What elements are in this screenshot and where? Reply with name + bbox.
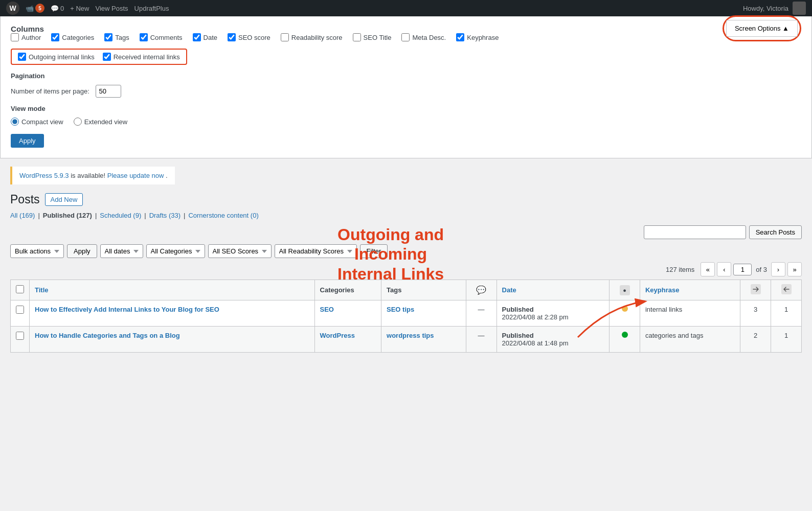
row1-tag-link[interactable]: SEO tips xyxy=(387,306,414,313)
extended-view-radio[interactable] xyxy=(74,118,82,126)
current-page-input[interactable] xyxy=(733,264,752,275)
seo-scores-filter[interactable]: All SEO Scores xyxy=(208,244,272,258)
outgoing-links-checkbox-label[interactable]: Outgoing internal links xyxy=(18,53,95,61)
row2-tag-link[interactable]: wordpress tips xyxy=(387,332,434,339)
row2-category-link[interactable]: WordPress xyxy=(320,332,355,339)
categories-checkbox[interactable] xyxy=(51,33,59,41)
bulk-actions-select[interactable]: Bulk actions xyxy=(10,244,64,258)
posts-heading: Posts Add New xyxy=(10,193,802,206)
please-update-link[interactable]: Please update now xyxy=(107,172,164,179)
updraftplus-link[interactable]: UpdraftPlus xyxy=(134,5,169,12)
search-posts-button[interactable]: Search Posts xyxy=(749,225,802,239)
comment-icon-bar[interactable]: 💬 0 xyxy=(51,5,64,12)
keyphrase-column-header[interactable]: Keyphrase xyxy=(640,280,740,300)
compact-view-radio[interactable] xyxy=(11,118,19,126)
received-links-checkbox-label[interactable]: Received internal links xyxy=(103,53,180,61)
readability-filter[interactable]: All Readability Scores xyxy=(275,244,357,258)
row2-title: How to Handle Categories and Tags on a B… xyxy=(30,327,315,353)
first-page-button[interactable]: « xyxy=(701,262,715,276)
row2-received: 1 xyxy=(771,327,802,353)
seo-score-checkbox[interactable] xyxy=(228,33,236,41)
select-all-checkbox[interactable] xyxy=(16,285,24,293)
status-tab-all[interactable]: All (169) xyxy=(10,212,35,219)
row2-categories: WordPress xyxy=(314,327,381,353)
keyphrase-checkbox-label[interactable]: Keyphrase xyxy=(456,33,499,41)
readability-checkbox-label[interactable]: Readability score xyxy=(281,33,343,41)
compact-view-label[interactable]: Compact view xyxy=(11,118,63,126)
row1-seo xyxy=(610,300,640,327)
tags-column-header: Tags xyxy=(381,280,466,300)
categories-checkbox-label[interactable]: Categories xyxy=(51,33,94,41)
date-checkbox-label[interactable]: Date xyxy=(193,33,217,41)
row2-seo-dot xyxy=(622,332,628,338)
seo-title-checkbox-label[interactable]: SEO Title xyxy=(353,33,392,41)
status-tab-cornerstone[interactable]: Cornerstone content (0) xyxy=(188,212,258,219)
tags-checkbox[interactable] xyxy=(104,33,112,41)
row2-date: Published 2022/04/08 at 1:48 pm xyxy=(497,327,610,353)
columns-heading: Columns xyxy=(11,25,801,33)
readability-checkbox[interactable] xyxy=(281,33,289,41)
row1-seo-dot xyxy=(622,306,628,312)
date-column-header[interactable]: Date xyxy=(497,280,610,300)
author-checkbox-label[interactable]: Author xyxy=(11,33,41,41)
comments-checkbox[interactable] xyxy=(140,33,148,41)
meta-desc-checkbox[interactable] xyxy=(401,33,410,41)
seo-score-checkbox-label[interactable]: SEO score xyxy=(228,33,270,41)
items-per-page-input[interactable] xyxy=(96,85,121,98)
status-tab-scheduled[interactable]: Scheduled (9) xyxy=(100,212,141,219)
bulk-apply-button[interactable]: Apply xyxy=(67,244,97,258)
row2-date-status: Published xyxy=(502,332,534,339)
admin-bar-right: Howdy, Victoria xyxy=(743,2,806,15)
meta-desc-checkbox-label[interactable]: Meta Desc. xyxy=(401,33,446,41)
update-notice-text: is available! xyxy=(71,172,107,179)
dates-filter[interactable]: All dates xyxy=(100,244,143,258)
wp-logo[interactable]: W xyxy=(6,2,19,15)
screen-options-button[interactable]: Screen Options ▲ xyxy=(726,20,798,37)
tags-checkbox-label[interactable]: Tags xyxy=(104,33,129,41)
extended-view-label[interactable]: Extended view xyxy=(74,118,128,126)
keyphrase-checkbox[interactable] xyxy=(456,33,464,41)
admin-bar: W 📹 5 💬 0 + New View Posts UpdraftPlus H… xyxy=(0,0,812,16)
author-checkbox[interactable] xyxy=(11,33,19,41)
row2-date-value: 2022/04/08 at 1:48 pm xyxy=(502,339,569,347)
comments-checkbox-label[interactable]: Comments xyxy=(140,33,183,41)
prev-page-button[interactable]: ‹ xyxy=(717,262,731,276)
seo-title-checkbox[interactable] xyxy=(353,33,361,41)
row1-checkbox[interactable] xyxy=(16,306,24,314)
add-new-button[interactable]: Add New xyxy=(45,193,83,206)
internal-links-highlighted-box: Outgoing internal links Received interna… xyxy=(11,49,187,65)
row2-title-link[interactable]: How to Handle Categories and Tags on a B… xyxy=(35,332,180,339)
row1-title-link[interactable]: How to Effectively Add Internal Links to… xyxy=(35,306,219,313)
view-posts-link[interactable]: View Posts xyxy=(95,5,128,12)
last-page-button[interactable]: » xyxy=(787,262,802,276)
outgoing-links-checkbox[interactable] xyxy=(18,53,26,61)
row2-seo xyxy=(610,327,640,353)
wp-icon-5: 📹 5 xyxy=(26,4,44,13)
user-avatar xyxy=(793,2,806,15)
filter-button[interactable]: Filter xyxy=(360,244,388,258)
status-tabs: All (169) | Published (127) | Scheduled … xyxy=(10,212,802,219)
wp-version-link[interactable]: WordPress 5.9.3 xyxy=(19,172,69,179)
screen-options-panel: Screen Options ▲ Columns Author Categori… xyxy=(0,16,812,158)
pagination-section: Pagination Number of items per page: xyxy=(11,72,801,98)
received-links-checkbox[interactable] xyxy=(103,53,111,61)
status-tab-drafts[interactable]: Drafts (33) xyxy=(149,212,181,219)
new-post-link[interactable]: + New xyxy=(70,5,89,12)
title-column-header[interactable]: Title xyxy=(30,280,315,300)
outgoing-icon xyxy=(751,284,761,294)
categories-filter[interactable]: All Categories xyxy=(146,244,205,258)
row1-date-value: 2022/04/08 at 2:28 pm xyxy=(502,313,569,321)
table-row: How to Handle Categories and Tags on a B… xyxy=(11,327,802,353)
next-page-button[interactable]: › xyxy=(771,262,785,276)
page-of-label: of 3 xyxy=(756,266,767,273)
screen-options-wrapper: Screen Options ▲ xyxy=(723,15,801,41)
update-notice-period: . xyxy=(166,172,168,179)
date-checkbox[interactable] xyxy=(193,33,201,41)
row1-select xyxy=(11,300,30,327)
screen-options-apply-button[interactable]: Apply xyxy=(11,134,44,148)
search-input[interactable] xyxy=(644,225,746,239)
row1-category-link[interactable]: SEO xyxy=(320,306,334,313)
row2-checkbox[interactable] xyxy=(16,332,24,340)
items-count: 127 items xyxy=(666,266,694,273)
row1-keyphrase: internal links xyxy=(640,300,740,327)
